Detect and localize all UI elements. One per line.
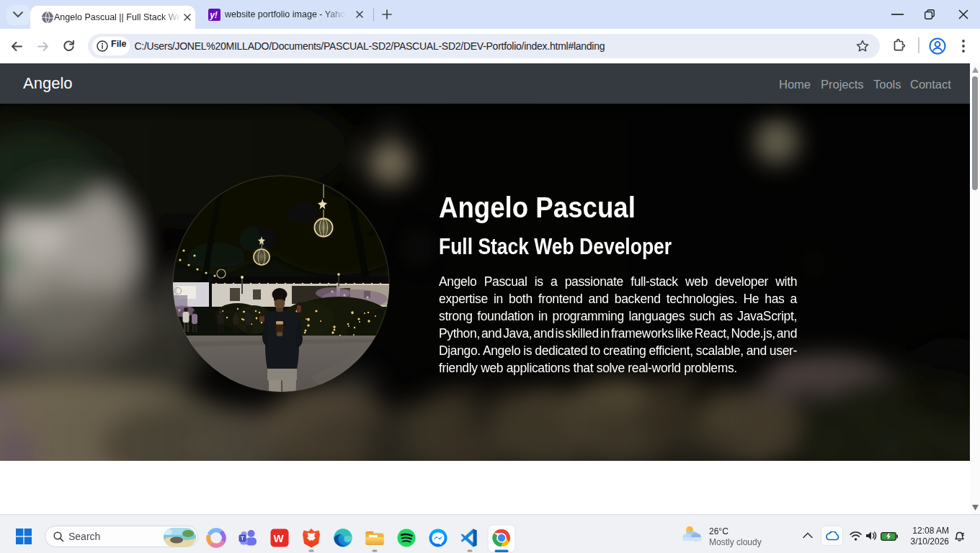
svg-text:z: z xyxy=(962,531,965,537)
svg-text:T: T xyxy=(241,535,244,541)
svg-text:y!: y! xyxy=(209,10,218,20)
svg-text:W: W xyxy=(274,532,285,544)
